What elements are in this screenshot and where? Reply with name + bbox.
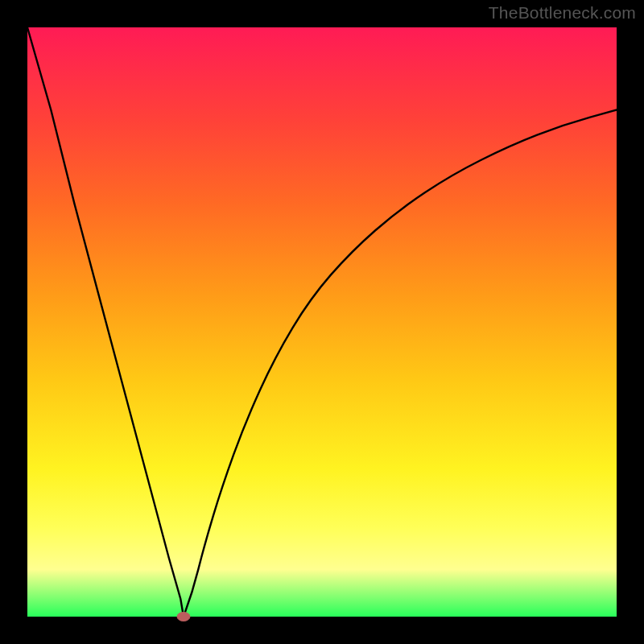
chart-frame: TheBottleneck.com [0, 0, 644, 644]
optimum-marker [177, 613, 190, 621]
watermark-text: TheBottleneck.com [489, 3, 636, 23]
plot-area [27, 27, 617, 617]
bottleneck-curve [27, 27, 617, 617]
curve-left-branch [27, 27, 184, 617]
curve-right-branch [184, 109, 617, 617]
